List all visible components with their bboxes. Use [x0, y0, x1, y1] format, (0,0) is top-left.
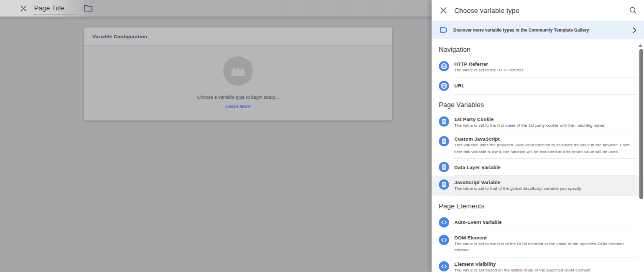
- variable-type-dom-element[interactable]: DOM Element The value is set to the text…: [432, 231, 644, 257]
- code-icon: [439, 235, 449, 245]
- editor-header: Page Title: [0, 0, 432, 17]
- community-gallery-banner[interactable]: Discover more variable types in the Comm…: [432, 21, 644, 39]
- item-title: DOM Element: [454, 234, 637, 241]
- document-icon: [439, 136, 449, 146]
- close-panel-icon[interactable]: [439, 6, 448, 15]
- panel-header: Choose variable type: [432, 0, 644, 21]
- variable-type-data-layer-variable[interactable]: Data Layer Variable: [432, 159, 644, 175]
- variable-type-javascript-variable[interactable]: JavaScript Variable The value is set to …: [432, 176, 644, 195]
- search-icon[interactable]: [628, 6, 638, 15]
- item-description: The value is set to the text of the DOM …: [454, 241, 637, 254]
- section-heading-page-variables: Page Variables: [432, 95, 644, 113]
- document-icon: [439, 179, 449, 190]
- item-title: Data Layer Variable: [454, 164, 637, 171]
- item-title: URL: [454, 82, 637, 89]
- folder-icon[interactable]: [84, 5, 93, 12]
- code-icon: [439, 217, 449, 228]
- chevron-right-icon: [632, 27, 637, 34]
- document-icon: [439, 116, 449, 127]
- item-title: JavaScript Variable: [454, 179, 637, 186]
- item-description: The value is set based on the visible st…: [454, 267, 637, 272]
- item-title: HTTP Referrer: [454, 61, 637, 67]
- variable-type-url[interactable]: URL: [432, 78, 644, 94]
- section-heading-navigation: Navigation: [432, 39, 644, 57]
- card-title: Variable Configuration: [93, 34, 147, 39]
- section-heading-page-elements: Page Elements: [432, 196, 644, 214]
- item-title: Auto-Event Variable: [454, 219, 637, 225]
- item-description: The value is set to the first value of t…: [454, 123, 637, 129]
- item-title: 1st Party Cookie: [454, 116, 637, 123]
- globe-icon: [439, 61, 449, 71]
- code-icon: [439, 261, 449, 271]
- item-title: Element Visibility: [454, 261, 637, 267]
- page-title-field[interactable]: Page Title: [33, 2, 76, 14]
- scrollbar-thumb[interactable]: [639, 49, 643, 199]
- card-header: Variable Configuration: [84, 27, 392, 46]
- setup-hint-text: Choose a variable type to begin setup...: [197, 95, 279, 100]
- close-editor-icon[interactable]: [19, 4, 27, 12]
- variable-type-http-referrer[interactable]: HTTP Referrer The value is set to the HT…: [432, 57, 644, 77]
- banner-text: Discover more variable types in the Comm…: [453, 27, 632, 33]
- dimmed-editor-workspace: Page Title Variable Configuration Choose…: [0, 0, 432, 272]
- variable-type-1st-party-cookie[interactable]: 1st Party Cookie The value is set to the…: [432, 113, 644, 132]
- item-title: Custom JavaScript: [454, 135, 637, 142]
- card-body: Choose a variable type to begin setup...…: [84, 46, 392, 120]
- template-gallery-icon: [439, 25, 448, 35]
- variable-type-list: Navigation HTTP Referrer The value is se…: [432, 39, 644, 272]
- variable-type-element-visibility[interactable]: Element Visibility The value is set base…: [432, 258, 644, 272]
- panel-title: Choose variable type: [454, 7, 628, 14]
- scrollbar-up-arrow[interactable]: [638, 44, 642, 47]
- variable-type-custom-javascript[interactable]: Custom JavaScript This variable uses the…: [432, 132, 644, 158]
- item-description: The value is set to the HTTP referrer.: [454, 67, 637, 74]
- learn-more-link[interactable]: Learn More: [225, 104, 251, 109]
- globe-icon: [439, 81, 449, 91]
- variable-brick-icon: [223, 56, 253, 86]
- variable-configuration-card: Variable Configuration Choose a variable…: [84, 27, 392, 120]
- item-description: This variable uses the provided JavaScri…: [454, 142, 637, 155]
- choose-variable-type-panel: Choose variable type Discover more varia…: [432, 0, 644, 272]
- page-title-text: Page Title: [34, 4, 65, 12]
- item-description: The value is set to that of the global J…: [454, 186, 637, 192]
- document-icon: [439, 162, 449, 172]
- variable-type-auto-event-variable[interactable]: Auto-Event Variable: [432, 214, 644, 231]
